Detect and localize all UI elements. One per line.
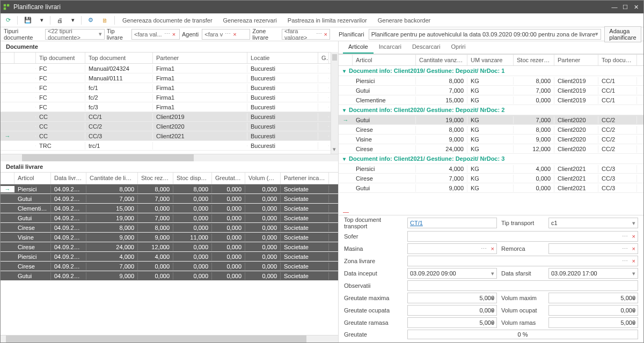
- clear-icon[interactable]: ×: [172, 31, 175, 38]
- col-stoc-rezervat[interactable]: Stoc rezervat: [514, 55, 554, 65]
- table-row[interactable]: Cirese04.09.20208,0008,0000,0000,0000,00…: [1, 223, 338, 233]
- tip-livrare-combo[interactable]: <fara val... ⋯ ×: [131, 29, 180, 40]
- zone-combo[interactable]: <fara valoare> ⋯ ×: [282, 29, 330, 40]
- table-row[interactable]: Cirese24,000KG12,000Client2020CC/2: [339, 144, 643, 154]
- table-row[interactable]: →Piersici04.09.20208,0008,0008,0000,0000…: [1, 184, 338, 194]
- tab-incarcari[interactable]: Incarcari: [374, 41, 407, 54]
- table-row[interactable]: TRCtrc/1Bucuresti: [1, 141, 331, 151]
- remorca-field[interactable]: ⋯×: [548, 243, 638, 254]
- table-row[interactable]: FCfc/1Firma1Bucuresti: [1, 83, 331, 93]
- group-row[interactable]: ▾Document info: Client2020/ Gestiune: De…: [339, 105, 643, 115]
- dots-icon[interactable]: ⋯: [164, 31, 170, 38]
- pin-icon[interactable]: 📌: [241, 175, 245, 181]
- settings-icon[interactable]: ⚙: [85, 16, 97, 25]
- chevron-down-icon[interactable]: ▾: [632, 270, 635, 277]
- scrollbar-h-2[interactable]: [1, 335, 338, 342]
- tab-articole[interactable]: Articole: [343, 41, 374, 54]
- vrem-field[interactable]: 5,000▾: [548, 317, 638, 328]
- pastreaza-action[interactable]: Pastreaza in limita rezervarilor: [283, 16, 371, 25]
- clear-icon[interactable]: ×: [324, 31, 327, 38]
- table-row[interactable]: Cirese7,000KG0,000Client2021CC/3: [339, 174, 643, 183]
- table-row[interactable]: Visine04.09.20209,0009,00011,0000,0000,0…: [1, 233, 338, 242]
- group-row[interactable]: ▾Document info: Client2019/ Gestiune: De…: [339, 66, 643, 76]
- start-field[interactable]: 03.09.2020 09:00▾: [407, 268, 497, 279]
- col-articol[interactable]: Articol: [14, 173, 51, 184]
- table-row[interactable]: Piersici04.09.20204,0004,0000,0000,0000,…: [1, 252, 338, 262]
- spinner-icon[interactable]: ▾: [491, 319, 494, 326]
- table-row[interactable]: Cirese8,000KG8,000Client2020CC/2: [339, 125, 643, 135]
- adauga-planificare-button[interactable]: Adauga planificare: [604, 26, 641, 42]
- col-data[interactable]: Data livrarii: [51, 173, 86, 184]
- table-row[interactable]: FCfc/3Firma1Bucuresti: [1, 102, 331, 112]
- table-row[interactable]: Gutui04.09.20207,0007,0000,0000,0000,000…: [1, 194, 338, 204]
- clear-icon[interactable]: ×: [632, 233, 635, 240]
- gen-backorder-action[interactable]: Generare backorder: [374, 16, 435, 25]
- gen-rezervari-action[interactable]: Genereaza rezervari: [219, 16, 281, 25]
- table-row[interactable]: CCCC/1Client2019Bucuresti: [1, 112, 331, 122]
- remove-row-icon[interactable]: —: [339, 208, 643, 215]
- chevron-down-icon[interactable]: ▾: [343, 156, 346, 162]
- obs-field[interactable]: [407, 280, 638, 291]
- col-locatie[interactable]: Locatie: [247, 53, 318, 63]
- spinner-icon[interactable]: ▾: [632, 319, 635, 326]
- col-tip-document[interactable]: Tip document: [36, 53, 85, 63]
- table-row[interactable]: Visine9,000KG9,000Client2020CC/2: [339, 135, 643, 144]
- group-row[interactable]: ▾Document info: Client2021/ Gestiune: De…: [339, 154, 643, 164]
- table-row[interactable]: →Gutui19,000KG7,000Client2020CC/2: [339, 115, 643, 125]
- col-um-vanzare[interactable]: UM vanzare: [467, 55, 514, 65]
- scrollbar-h[interactable]: [1, 154, 338, 161]
- col-ge[interactable]: Ge: [318, 53, 329, 63]
- col-top-document[interactable]: Top document: [85, 53, 153, 63]
- gen-transfer-action[interactable]: Genereaza documente de transfer: [118, 16, 217, 25]
- table-row[interactable]: Gutui9,000KG0,000Client2021CC/3: [339, 183, 643, 193]
- col-partener[interactable]: Partener: [554, 55, 598, 65]
- table-row[interactable]: CCCC/2Client2020Bucuresti: [1, 122, 331, 131]
- grem-field[interactable]: 5,000▾: [407, 317, 497, 328]
- masina-field[interactable]: ⋯×: [407, 243, 497, 254]
- table-row[interactable]: Cirese04.09.20207,0000,0000,0000,0000,00…: [1, 262, 338, 271]
- col-stoc-rezervat[interactable]: Stoc rezervat: [138, 173, 173, 184]
- spinner-icon[interactable]: ▾: [632, 295, 635, 302]
- tipuri-combo[interactable]: <22 tipuri documente>▾: [45, 29, 105, 40]
- chevron-down-icon[interactable]: ▾: [343, 107, 346, 113]
- dots-icon[interactable]: ⋯: [316, 31, 322, 38]
- end-field[interactable]: 03.09.2020 17:00▾: [548, 268, 638, 279]
- refresh-icon[interactable]: ⟳: [3, 16, 14, 25]
- table-row[interactable]: Piersici4,000KG4,000Client2021CC/3: [339, 164, 643, 174]
- table-row[interactable]: Clementine04.09.202015,0000,0000,0000,00…: [1, 204, 338, 213]
- table-row[interactable]: Piersici8,000KG8,000Client2019CC/1: [339, 76, 643, 86]
- dots-icon[interactable]: ⋯: [622, 258, 628, 265]
- minimize-button[interactable]: —: [609, 3, 620, 11]
- table-row[interactable]: Clementine15,000KG0,000Client2019CC/1: [339, 95, 643, 105]
- dots-icon[interactable]: ⋯: [225, 31, 231, 38]
- clear-icon[interactable]: ×: [632, 245, 635, 252]
- chevron-down-icon[interactable]: ▾: [491, 270, 494, 277]
- save-dropdown-icon[interactable]: ▾: [37, 16, 47, 25]
- vocc-field[interactable]: 0,000▾: [548, 305, 638, 316]
- spinner-icon[interactable]: ▾: [491, 307, 494, 314]
- tip-transport-field[interactable]: c1▾: [548, 218, 638, 228]
- col-articol[interactable]: Articol: [353, 55, 416, 65]
- top-doc-field[interactable]: CT/1: [407, 218, 497, 228]
- dots-icon[interactable]: ⋯: [622, 233, 628, 240]
- document-icon[interactable]: 🗎: [99, 16, 111, 25]
- table-row[interactable]: Gutui7,000KG7,000Client2019CC/1: [339, 86, 643, 95]
- spinner-icon[interactable]: ▾: [632, 307, 635, 314]
- table-row[interactable]: FCManual/024324Firma1Bucuresti: [1, 64, 331, 73]
- col-stoc-disponibil[interactable]: Stoc disponibil: [173, 173, 212, 184]
- table-row[interactable]: →CCCC/3Client2021Bucuresti: [1, 131, 331, 141]
- dots-icon[interactable]: ⋯: [622, 245, 628, 252]
- table-row[interactable]: Gutui04.09.202019,0007,0000,0000,0000,00…: [1, 213, 338, 223]
- vmax-field[interactable]: 5,000▾: [548, 293, 638, 303]
- print-dropdown-icon[interactable]: ▾: [68, 16, 78, 25]
- save-icon[interactable]: 💾: [21, 16, 35, 25]
- close-button[interactable]: ✕: [631, 3, 641, 12]
- dots-icon[interactable]: ⋯: [481, 245, 487, 252]
- planificari-combo[interactable]: Planificare pentru pe autovehiculul la d…: [369, 29, 602, 40]
- clear-icon[interactable]: ×: [491, 245, 494, 252]
- zona-field[interactable]: ⋯×: [407, 256, 638, 266]
- col-volum[interactable]: Volum (m3): [245, 173, 281, 184]
- agenti-combo[interactable]: <fara v ⋯ ×: [202, 29, 250, 40]
- tab-opriri[interactable]: Opriri: [445, 41, 471, 54]
- table-row[interactable]: Gutui04.09.20209,0000,0000,0000,0000,000…: [1, 271, 338, 281]
